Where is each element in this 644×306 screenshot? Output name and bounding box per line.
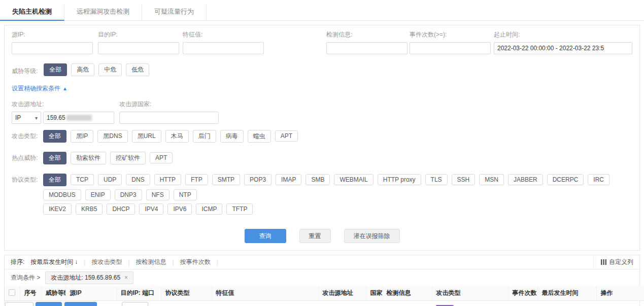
- filter-chip[interactable]: HTTP proxy: [378, 174, 421, 185]
- tab-suspicious-traffic[interactable]: 可疑流量行为: [142, 4, 207, 20]
- filter-chip[interactable]: 全部: [43, 152, 66, 164]
- filter-chip[interactable]: FTP: [185, 174, 208, 185]
- filter-chip[interactable]: DCERPC: [547, 174, 584, 185]
- filter-chip[interactable]: POP3: [244, 174, 272, 185]
- filter-chip[interactable]: IMAP: [276, 174, 301, 185]
- filter-chip[interactable]: NTP: [174, 189, 197, 200]
- attack-source-country-input[interactable]: [119, 112, 219, 124]
- header-actions: 操作: [596, 286, 644, 301]
- filter-chip[interactable]: 黑IP: [71, 130, 93, 143]
- attack-source-country-group: 攻击源国家:: [119, 100, 219, 124]
- bottom-button-stub[interactable]: [5, 302, 33, 306]
- divider: |: [173, 259, 174, 266]
- chevron-down-icon: ▾: [35, 115, 38, 121]
- query-condition-tag: 攻击源地址: 159.65.89.65×: [45, 271, 133, 284]
- attack-source-ip-prefix: 159.65: [47, 114, 65, 121]
- filter-chip[interactable]: SMTP: [212, 174, 240, 185]
- attack-source-ip-input[interactable]: 159.65: [43, 112, 114, 124]
- filter-chip[interactable]: SMB: [306, 174, 330, 185]
- query-button[interactable]: 查询: [245, 229, 286, 243]
- filter-chip[interactable]: WEBMAIL: [334, 174, 373, 185]
- filter-chip[interactable]: ENIP: [85, 189, 111, 200]
- filter-chip[interactable]: TLS: [425, 174, 448, 185]
- cell-protocol: HTTP: [161, 301, 212, 306]
- bottom-button-stub[interactable]: [122, 302, 148, 306]
- hot-threat-row: 热点威胁: 全部勒索软件挖矿软件APT: [12, 152, 632, 167]
- detect-info-label: 检测信息:: [326, 30, 410, 39]
- filter-chip[interactable]: IKEV2: [43, 203, 72, 215]
- field-time-range: 起止时间:: [494, 30, 632, 54]
- attack-source-row: 攻击源地址: IP ▾ 159.65 攻击源国家:: [12, 100, 632, 124]
- reset-button[interactable]: 重置: [299, 229, 331, 243]
- filter-chip[interactable]: IPV4: [139, 203, 163, 215]
- bottom-button-stub[interactable]: [64, 302, 97, 306]
- hot-threat-options: 全部勒索软件挖矿软件APT: [43, 152, 632, 167]
- sort-by-event-count[interactable]: 按事件次数: [180, 258, 211, 266]
- sort-by-last-time[interactable]: 按最后发生时间↓: [30, 258, 78, 266]
- sort-by-detect-info[interactable]: 按检测信息: [136, 258, 166, 266]
- filter-chip[interactable]: SSH: [452, 174, 476, 185]
- filter-chip[interactable]: 低危: [126, 63, 149, 76]
- filter-chip[interactable]: APT: [150, 152, 173, 163]
- filter-chip[interactable]: TFTP: [226, 203, 253, 215]
- filter-chip[interactable]: JABBER: [508, 174, 543, 185]
- filter-chip[interactable]: ICMP: [196, 203, 222, 215]
- filter-chip[interactable]: 高危: [71, 63, 94, 76]
- advanced-search-toggle[interactable]: 设置精确搜索条件▲: [12, 84, 632, 93]
- filter-chip[interactable]: MSN: [479, 174, 504, 185]
- header-signature: 特征值: [212, 286, 318, 301]
- filter-chip[interactable]: DHCP: [107, 203, 135, 215]
- filter-chip[interactable]: 中危: [98, 63, 122, 76]
- filter-chip[interactable]: 黑DNS: [97, 130, 127, 143]
- tab-compromised-host-detection[interactable]: 失陷主机检测: [0, 4, 64, 21]
- cell-signature: NA: [212, 301, 318, 306]
- filter-chip[interactable]: IRC: [588, 174, 609, 185]
- table-row: 1 高危 192.168.2.20 159.65. HTTP NA 159.65…: [5, 301, 644, 306]
- remove-condition-icon[interactable]: ×: [124, 274, 128, 281]
- customize-columns-button[interactable]: 自定义列: [593, 255, 633, 269]
- sort-label: 排序:: [11, 258, 24, 266]
- filter-chip[interactable]: 蠕虫: [248, 130, 271, 143]
- filter-chip[interactable]: UDP: [98, 174, 122, 185]
- filter-chip[interactable]: DNS: [126, 174, 150, 185]
- detect-info-input[interactable]: [326, 42, 408, 54]
- filter-chip[interactable]: DNP3: [115, 189, 142, 200]
- filter-chip[interactable]: NFS: [146, 189, 170, 200]
- filter-chip[interactable]: APT: [275, 130, 298, 142]
- filter-chip[interactable]: 全部: [43, 130, 66, 143]
- attack-source-country-label: 攻击源国家:: [119, 100, 219, 109]
- filter-chip[interactable]: 挖矿软件: [110, 152, 146, 164]
- filter-chip[interactable]: HTTP: [154, 174, 181, 185]
- threat-level-label: 威胁等级:: [12, 67, 38, 76]
- signature-input[interactable]: [183, 42, 264, 54]
- filter-chip[interactable]: 勒索软件: [71, 152, 106, 164]
- filter-chip[interactable]: 全部: [44, 63, 67, 76]
- filter-chip[interactable]: 木马: [165, 130, 189, 143]
- attack-type-options: 全部黑IP黑DNS黑URL木马后门病毒蠕虫APT: [43, 130, 632, 146]
- bottom-button-stub[interactable]: [36, 302, 62, 306]
- tab-remote-exploit-detection[interactable]: 远程漏洞攻击检测: [64, 4, 142, 20]
- header-country: 国家: [366, 286, 382, 301]
- header-protocol: 协议类型: [161, 286, 212, 301]
- false-positive-filter-button[interactable]: 潜在误报筛除: [344, 229, 400, 243]
- sort-by-attack-type[interactable]: 按攻击类型: [91, 258, 122, 266]
- address-type-select[interactable]: IP ▾: [12, 112, 41, 124]
- select-all-checkbox[interactable]: [9, 289, 15, 296]
- filter-chip[interactable]: 全部: [43, 174, 66, 186]
- dst-ip-input[interactable]: [98, 42, 179, 54]
- filter-chip[interactable]: MODBUS: [43, 189, 81, 200]
- field-src-ip: 源IP:: [12, 30, 98, 54]
- attack-source-address-group: 攻击源地址: IP ▾ 159.65: [12, 100, 114, 124]
- table-header-row: 序号 威胁等级 源IP 目的IP: 端口 协议类型 特征值 攻击源地址 国家 检…: [5, 286, 644, 301]
- filter-chip[interactable]: 后门: [193, 130, 216, 143]
- divider: |: [84, 259, 85, 266]
- time-range-input[interactable]: [494, 42, 632, 54]
- filter-chip[interactable]: 病毒: [220, 130, 244, 143]
- src-ip-input[interactable]: [12, 42, 93, 54]
- event-count-input[interactable]: [410, 42, 491, 54]
- filter-chip[interactable]: KRB5: [76, 203, 103, 215]
- filter-chip[interactable]: TCP: [71, 174, 94, 185]
- sort-bar: 排序: 按最后发生时间↓ | 按攻击类型 | 按检测信息 | 按事件次数 | 自…: [5, 255, 639, 269]
- filter-chip[interactable]: 黑URL: [132, 130, 161, 143]
- filter-chip[interactable]: IPV6: [167, 203, 192, 215]
